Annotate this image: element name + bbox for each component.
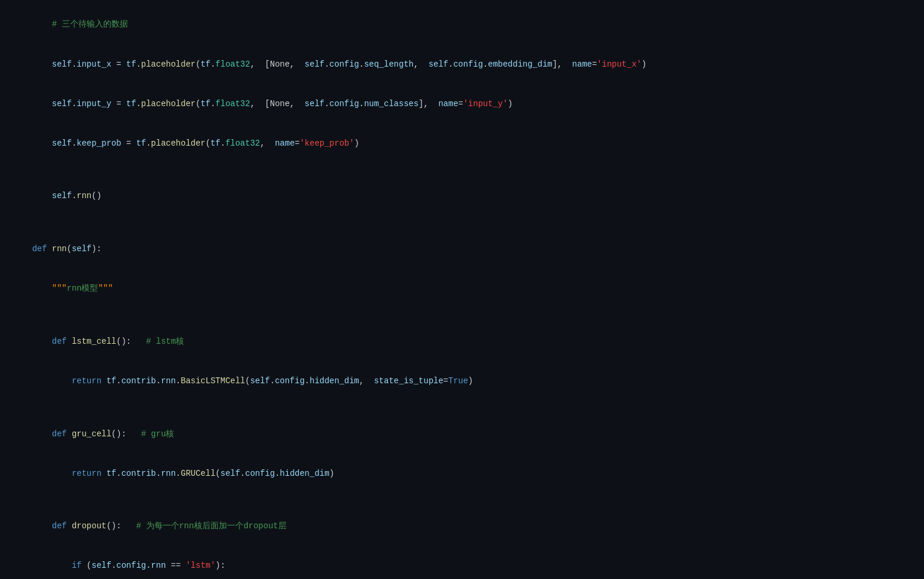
- code-line: def dropout(): # 为每一个rnn核后面加一个dropout层: [0, 506, 924, 546]
- code-line-blank: [0, 163, 924, 176]
- code-line: return tf.contrib.rnn.BasicLSTMCell(self…: [0, 361, 924, 401]
- code-line-blank: [0, 493, 924, 506]
- code-line-blank: [0, 216, 924, 229]
- code-line: if (self.config.rnn == 'lstm'):: [0, 546, 924, 579]
- code-line-blank: [0, 308, 924, 321]
- code-line: self.input_x = tf.placeholder(tf.float32…: [0, 44, 924, 84]
- code-line: self.input_y = tf.placeholder(tf.float32…: [0, 84, 924, 123]
- code-line-blank: [0, 401, 924, 414]
- code-line: """rnn模型""": [0, 269, 924, 308]
- code-line: # 三个待输入的数据: [0, 5, 924, 44]
- code-line: self.rnn(): [0, 176, 924, 216]
- code-line: def rnn(self):: [0, 229, 924, 269]
- code-line: return tf.contrib.rnn.GRUCell(self.confi…: [0, 453, 924, 493]
- code-line: def gru_cell(): # gru核: [0, 414, 924, 453]
- code-line: def lstm_cell(): # lstm核: [0, 321, 924, 361]
- code-editor: # 三个待输入的数据 self.input_x = tf.placeholder…: [0, 0, 924, 579]
- code-line: self.keep_prob = tf.placeholder(tf.float…: [0, 124, 924, 163]
